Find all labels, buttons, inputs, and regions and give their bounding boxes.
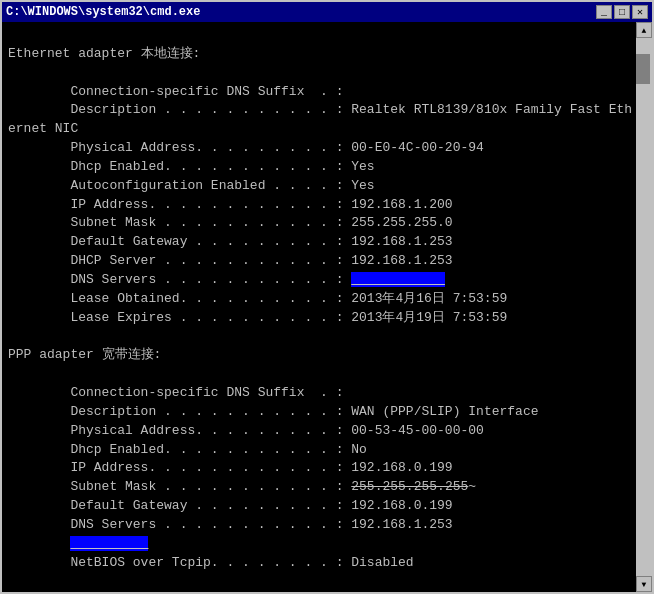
line-ethernet-header: Ethernet adapter 本地连接: — [8, 45, 630, 64]
line-dhcp: Dhcp Enabled. . . . . . . . . . . : Yes — [8, 158, 630, 177]
console-output[interactable]: Ethernet adapter 本地连接: Connection-specif… — [2, 22, 636, 592]
dns-highlight-2 — [70, 536, 148, 551]
line-blank3 — [8, 328, 630, 347]
line-ppp-dns-suffix: Connection-specific DNS Suffix . : — [8, 384, 630, 403]
line-blank1 — [8, 26, 630, 45]
console-wrapper: Ethernet adapter 本地连接: Connection-specif… — [2, 22, 652, 592]
maximize-button[interactable]: □ — [614, 5, 630, 19]
line-dns-suffix: Connection-specific DNS Suffix . : — [8, 83, 630, 102]
line-ppp-description: Description . . . . . . . . . . . : WAN … — [8, 403, 630, 422]
line-ip: IP Address. . . . . . . . . . . . : 192.… — [8, 196, 630, 215]
title-bar: C:\WINDOWS\system32\cmd.exe _ □ ✕ — [2, 2, 652, 22]
line-blank5 — [8, 572, 630, 591]
line-nic: ernet NIC — [8, 120, 630, 139]
line-autoconfig: Autoconfiguration Enabled . . . . : Yes — [8, 177, 630, 196]
line-lease-expires: Lease Expires . . . . . . . . . . : 2013… — [8, 309, 630, 328]
minimize-button[interactable]: _ — [596, 5, 612, 19]
line-ppp-gateway: Default Gateway . . . . . . . . . : 192.… — [8, 497, 630, 516]
line-blank4 — [8, 365, 630, 384]
line-lease-obtained: Lease Obtained. . . . . . . . . . : 2013… — [8, 290, 630, 309]
window-title: C:\WINDOWS\system32\cmd.exe — [6, 5, 200, 19]
scrollbar-thumb[interactable] — [636, 54, 650, 84]
line-dns-servers: DNS Servers . . . . . . . . . . . : — [8, 271, 630, 290]
line-highlight2 — [8, 535, 630, 554]
close-button[interactable]: ✕ — [632, 5, 648, 19]
line-blank2 — [8, 64, 630, 83]
line-subnet: Subnet Mask . . . . . . . . . . . : 255.… — [8, 214, 630, 233]
title-buttons: _ □ ✕ — [596, 5, 648, 19]
line-description: Description . . . . . . . . . . . : Real… — [8, 101, 630, 120]
line-dhcp-server: DHCP Server . . . . . . . . . . . : 192.… — [8, 252, 630, 271]
line-ppp-physical: Physical Address. . . . . . . . . : 00-5… — [8, 422, 630, 441]
line-ppp-header: PPP adapter 宽带连接: — [8, 346, 630, 365]
line-physical: Physical Address. . . . . . . . . : 00-E… — [8, 139, 630, 158]
scroll-down-arrow[interactable]: ▼ — [636, 576, 652, 592]
scrollbar[interactable]: ▲ ▼ — [636, 22, 652, 592]
title-bar-left: C:\WINDOWS\system32\cmd.exe — [6, 5, 200, 19]
line-prompt: C:\Documents and Settings\Administrator> — [8, 591, 630, 592]
scrollbar-track[interactable] — [636, 38, 652, 576]
line-netbios: NetBIOS over Tcpip. . . . . . . . : Disa… — [8, 554, 630, 573]
dns-highlight-1 — [351, 272, 445, 287]
cmd-window: C:\WINDOWS\system32\cmd.exe _ □ ✕ Ethern… — [0, 0, 654, 594]
line-ppp-dns: DNS Servers . . . . . . . . . . . : 192.… — [8, 516, 630, 535]
line-gateway: Default Gateway . . . . . . . . . : 192.… — [8, 233, 630, 252]
line-ppp-dhcp: Dhcp Enabled. . . . . . . . . . . : No — [8, 441, 630, 460]
scroll-up-arrow[interactable]: ▲ — [636, 22, 652, 38]
line-ppp-ip: IP Address. . . . . . . . . . . . : 192.… — [8, 459, 630, 478]
line-ppp-subnet: Subnet Mask . . . . . . . . . . . : 255.… — [8, 478, 630, 497]
